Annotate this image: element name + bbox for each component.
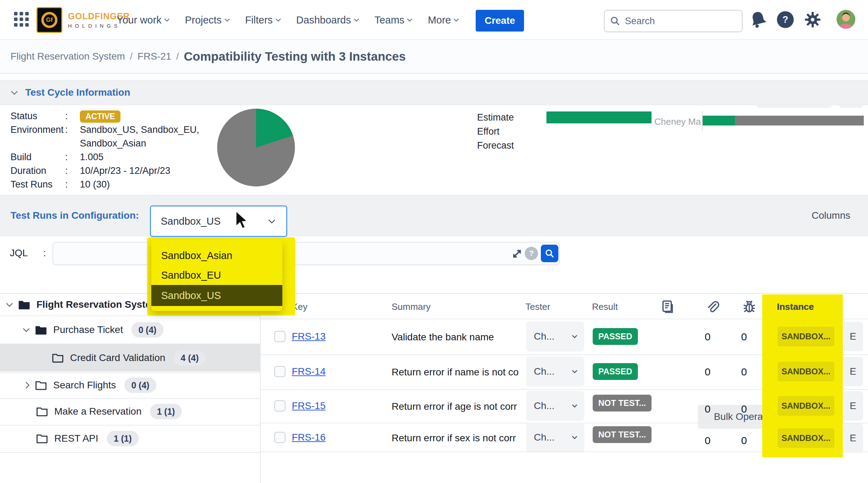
comments-column-icon: [661, 300, 674, 315]
config-label: Test Runs in Configuration:: [11, 195, 139, 236]
environment-value: Sandbox_US, Sandbox_EU, Sandbox_Asian: [80, 123, 238, 150]
assignee-bar-green: [703, 116, 735, 125]
result-badge[interactable]: PASSED: [593, 363, 638, 380]
test-key-link[interactable]: FRS-13: [292, 331, 325, 342]
run-count-badge: 1 (1): [150, 404, 182, 419]
option-sandbox-eu[interactable]: Sandbox_EU: [151, 265, 282, 285]
forecast-label: Forecast: [477, 140, 514, 151]
defect-count: 0: [737, 435, 751, 447]
option-sandbox-us-selected[interactable]: Sandbox_US: [151, 285, 282, 306]
settings-gear-icon[interactable]: [804, 11, 821, 29]
user-avatar[interactable]: [836, 10, 855, 29]
menu-filters[interactable]: Filters: [245, 14, 280, 26]
test-key-link[interactable]: FRS-16: [292, 432, 325, 443]
row-checkbox[interactable]: [274, 366, 285, 377]
execute-button[interactable]: E: [843, 322, 863, 351]
column-header-tester[interactable]: Tester: [525, 301, 550, 312]
notifications-bell-icon[interactable]: [750, 11, 766, 29]
attachments-column-icon: [707, 300, 719, 315]
effort-label: Effort: [477, 126, 500, 137]
tester-select[interactable]: Ch...: [526, 321, 584, 352]
brand-logo[interactable]: Gf GOLDFINGER HOLDINGS: [36, 7, 130, 33]
run-count-badge: 4 (4): [174, 350, 206, 366]
chevron-down-icon: [164, 16, 170, 22]
row-checkbox[interactable]: [274, 432, 285, 443]
menu-more[interactable]: More: [428, 14, 458, 26]
breadcrumb-issue[interactable]: FRS-21: [138, 51, 171, 62]
row-checkbox[interactable]: [274, 331, 285, 342]
cycle-info-fields: Status : ACTIVE Environment : Sandbox_US…: [11, 109, 249, 191]
folder-filled-icon: [18, 299, 30, 310]
summary-cell: Return error if age is not corr: [392, 401, 526, 412]
app-switcher-icon[interactable]: [14, 12, 29, 27]
search-icon: [545, 249, 554, 258]
menu-teams[interactable]: Teams: [374, 14, 412, 26]
execute-button[interactable]: E: [843, 357, 863, 386]
create-button[interactable]: Create: [476, 10, 524, 32]
jql-colon: :: [43, 247, 46, 259]
instance-badge: SANDBOX...: [778, 428, 834, 448]
execute-button[interactable]: E: [843, 423, 863, 453]
chevron-down-icon[interactable]: [6, 300, 13, 307]
test-key-link[interactable]: FRS-15: [292, 400, 325, 411]
tester-select[interactable]: Ch...: [526, 422, 584, 453]
expand-query-icon[interactable]: [511, 247, 523, 261]
option-sandbox-asian[interactable]: Sandbox_Asian: [151, 246, 282, 265]
folder-outline-icon: [36, 433, 48, 444]
instance-badge: SANDBOX...: [778, 362, 834, 381]
instance-badge: SANDBOX...: [778, 327, 834, 346]
test-key-link[interactable]: FRS-14: [292, 366, 325, 377]
test-runs-field: Test Runs : 10 (30): [11, 178, 249, 191]
estimate-label: Estimate: [477, 112, 514, 123]
columns-button[interactable]: Columns: [812, 195, 850, 236]
menu-dashboards[interactable]: Dashboards: [296, 14, 358, 26]
menu-your-work[interactable]: Your work: [117, 14, 169, 26]
chevron-down-icon[interactable]: [23, 325, 30, 332]
jql-input[interactable]: [53, 242, 560, 265]
help-icon[interactable]: ?: [777, 11, 794, 28]
tester-select[interactable]: Ch...: [526, 391, 584, 421]
duration-value: 10/Apr/23 - 12/Apr/23: [80, 164, 238, 178]
summary-cell: Validate the bank name: [392, 332, 526, 343]
top-navigation-bar: Gf GOLDFINGER HOLDINGS Your work Project…: [0, 0, 868, 40]
breadcrumb-project[interactable]: Flight Reservation System: [11, 51, 125, 62]
tree-item-search-flights[interactable]: Search Flights 0 (4): [0, 373, 260, 397]
run-count-badge: 0 (4): [124, 377, 156, 393]
chevron-down-icon: [354, 16, 359, 22]
menu-projects[interactable]: Projects: [185, 14, 229, 26]
chevron-down-icon: [224, 16, 230, 22]
row-checkbox[interactable]: [274, 400, 285, 411]
search-input[interactable]: [625, 16, 723, 27]
global-search: [604, 10, 743, 32]
assignee-bar: [703, 116, 864, 125]
execute-button[interactable]: E: [843, 391, 863, 421]
configuration-selected-value: Sandbox_US: [161, 216, 221, 227]
result-badge[interactable]: NOT TEST...: [593, 426, 652, 443]
jql-label: JQL: [10, 247, 28, 259]
run-count-badge: 1 (1): [107, 431, 139, 446]
collapse-chevron-icon[interactable]: [11, 88, 18, 95]
tree-item-rest-api[interactable]: REST API 1 (1): [0, 426, 260, 451]
tree-item-purchase-ticket[interactable]: Purchase Ticket 0 (4): [0, 316, 260, 343]
status-badge: ACTIVE: [80, 110, 120, 123]
chevron-down-icon: [407, 16, 413, 22]
result-badge[interactable]: NOT TEST...: [593, 395, 652, 411]
chevron-right-icon[interactable]: [23, 382, 30, 389]
jql-help-icon[interactable]: ?: [525, 247, 538, 260]
result-badge[interactable]: PASSED: [593, 328, 638, 345]
folder-outline-icon: [36, 406, 48, 417]
column-header-instance-highlighted: Instance: [777, 301, 814, 312]
config-band: Test Runs in Configuration: Bulk Operati…: [0, 195, 868, 236]
jql-search-button[interactable]: [541, 245, 558, 262]
tree-item-make-a-reservation[interactable]: Make a Reservation 1 (1): [0, 399, 260, 424]
column-header-result[interactable]: Result: [592, 301, 618, 312]
tree-item-credit-card-validation[interactable]: Credit Card Validation 4 (4): [0, 344, 260, 372]
status-field: Status : ACTIVE: [11, 109, 249, 123]
configuration-dropdown-list: Sandbox_Asian Sandbox_EU Sandbox_US: [151, 239, 282, 311]
configuration-select[interactable]: Sandbox_US: [150, 205, 287, 237]
defects-column-icon: [743, 300, 756, 315]
tester-select[interactable]: Ch...: [526, 356, 584, 387]
column-header-summary[interactable]: Summary: [392, 301, 430, 312]
folder-outline-icon: [52, 353, 64, 363]
chevron-down-icon: [572, 333, 578, 338]
